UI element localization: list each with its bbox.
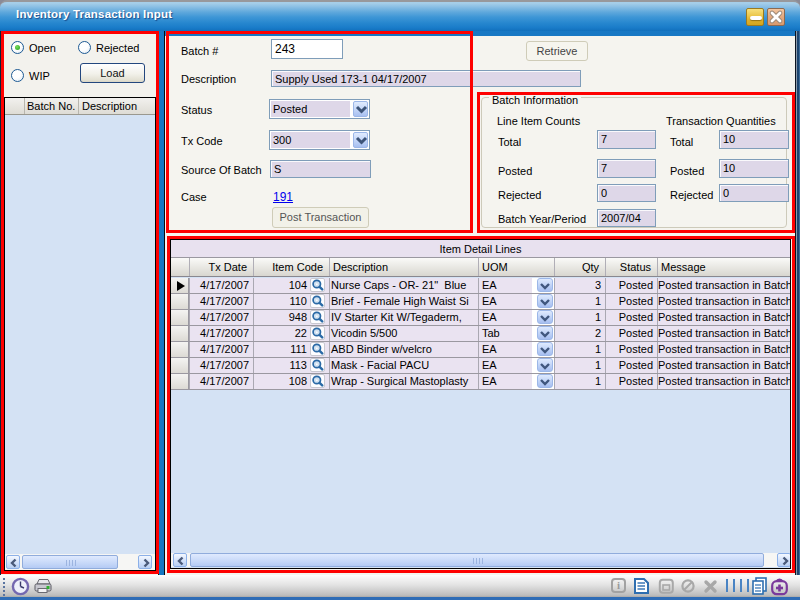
svg-text:i: i	[617, 579, 620, 591]
